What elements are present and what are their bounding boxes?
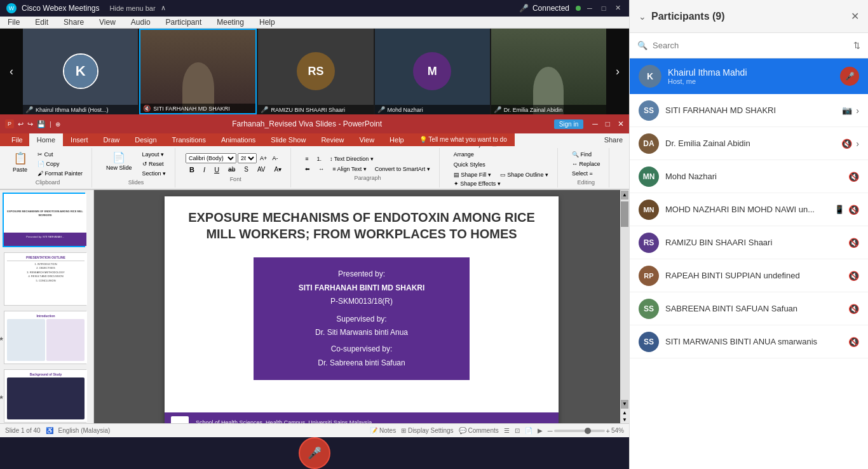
menu-help[interactable]: Help <box>257 17 278 28</box>
participant-item-3[interactable]: MN Mohd Nazhari 🔇 <box>630 160 868 193</box>
reset-btn[interactable]: ↺ Reset <box>139 160 170 168</box>
shape-rect-btn[interactable]: □ <box>450 146 461 149</box>
video-thumb-1[interactable]: K 🎤 Khairul Ithma Mahdi (Host...) <box>23 29 138 114</box>
shadow-btn[interactable]: S <box>240 165 252 174</box>
menu-meeting[interactable]: Meeting <box>214 17 247 28</box>
new-slide-btn[interactable]: 📄New Slide <box>102 150 136 178</box>
close-button[interactable]: ✕ <box>613 3 623 13</box>
ppt-save-btn[interactable]: 💾 <box>37 120 46 128</box>
zoom-slider[interactable] <box>554 430 605 432</box>
menu-audio[interactable]: Audio <box>128 17 153 28</box>
ppt-signin-btn[interactable]: Sign in <box>554 119 584 129</box>
tab-share[interactable]: Share <box>598 133 629 146</box>
underline-btn[interactable]: U <box>210 165 223 175</box>
shape-more-btn[interactable]: ⊞ <box>488 146 501 149</box>
slide-scrollbar[interactable]: ▲ ▼ <box>620 190 629 409</box>
shape-line-btn[interactable]: ╱ <box>475 146 487 149</box>
menu-view[interactable]: View <box>97 17 118 28</box>
tab-review[interactable]: Review <box>313 133 351 146</box>
bold-btn[interactable]: B <box>186 165 198 175</box>
font-decrease-btn[interactable]: A- <box>270 154 280 162</box>
font-family-select[interactable]: Calibri (Body) <box>186 153 236 163</box>
menu-file[interactable]: File <box>5 17 22 28</box>
align-left-btn[interactable]: ⬅ <box>301 165 314 173</box>
comments-btn[interactable]: 💬 Comments <box>459 427 499 434</box>
mute-button[interactable]: 🎤 <box>299 437 330 469</box>
align-text-btn[interactable]: ≡ Align Text ▾ <box>329 165 370 173</box>
italic-btn[interactable]: I <box>200 165 209 175</box>
tab-file[interactable]: File <box>5 133 29 146</box>
display-settings-btn[interactable]: ⊞ Display Settings <box>401 427 453 434</box>
minimize-button[interactable]: ─ <box>585 3 595 13</box>
text-direction-btn[interactable]: ↕ Text Direction ▾ <box>326 154 377 163</box>
align-center-btn[interactable]: ↔ <box>315 165 328 173</box>
scroll-up-btn[interactable]: ▲ <box>620 409 629 416</box>
tab-design[interactable]: Design <box>127 133 164 146</box>
quick-styles-btn[interactable]: Quick Styles <box>450 160 489 169</box>
tab-help[interactable]: Help <box>382 133 412 146</box>
select-btn[interactable]: Select = <box>568 169 604 178</box>
menu-participant[interactable]: Participant <box>163 17 205 28</box>
notes-btn[interactable]: 📝 Notes <box>370 427 396 434</box>
font-increase-btn[interactable]: A+ <box>258 154 269 162</box>
participant-item-1[interactable]: SS SITI FARHANAH MD SHAKRI 📷 › <box>630 94 868 127</box>
participant-item-2[interactable]: DA Dr. Emilia Zainal Abidin 🔇 › <box>630 127 868 160</box>
host-participant-item[interactable]: K Khairul Ithma Mahdi Host, me 🎤 <box>630 58 868 94</box>
participant-item-5[interactable]: RS RAMIZU BIN SHAARI Shaari 🔇 <box>630 226 868 259</box>
chevron-icon[interactable]: ∧ <box>161 4 166 12</box>
arrange-btn[interactable]: Arrange <box>450 150 478 159</box>
tab-insert[interactable]: Insert <box>63 133 96 146</box>
tab-animations[interactable]: Animations <box>214 133 263 146</box>
slide-thumbnail-2[interactable]: PRESENTATION OUTLINE 1. INTRODUCTION2. O… <box>4 252 86 306</box>
shape-effects-btn[interactable]: ✦ Shape Effects ▾ <box>450 179 505 188</box>
zoom-in-btn[interactable]: + <box>606 427 610 435</box>
ppt-close[interactable]: ✕ <box>618 119 624 129</box>
participant-item-6[interactable]: RP RAPEAH BINTI SUPPIAN undefined 🔇 <box>630 259 868 292</box>
copy-btn[interactable]: 📄 Copy <box>34 160 86 168</box>
next-participant-arrow[interactable]: › <box>606 29 629 114</box>
tab-draw[interactable]: Draw <box>96 133 128 146</box>
shape-fill-btn[interactable]: ▤ Shape Fill ▾ <box>450 170 495 179</box>
menu-share[interactable]: Share <box>61 17 86 28</box>
slide-thumbnail-1[interactable]: EXPOSURE MECHANISMS OF ENDOTOXIN AMONG R… <box>3 193 85 247</box>
collapse-icon[interactable]: ⌄ <box>639 11 646 22</box>
tab-view[interactable]: View <box>351 133 382 146</box>
participant-item-4[interactable]: MN MOHD NAZHARI BIN MOHD NAWI un... 📱 🔇 <box>630 193 868 226</box>
video-thumb-3[interactable]: RS 🎤 RAMIZU BIN SHAARI Shaari <box>258 29 373 114</box>
prev-participant-arrow[interactable]: ‹ <box>0 29 23 114</box>
zoom-out-btn[interactable]: ─ <box>548 427 553 435</box>
char-spacing-btn[interactable]: AV <box>254 165 269 174</box>
find-btn[interactable]: 🔍 Find <box>568 150 604 159</box>
format-painter-btn[interactable]: 🖌 Format Painter <box>34 169 86 178</box>
more-icon-2[interactable]: › <box>856 139 859 149</box>
shape-oval-btn[interactable]: ○ <box>463 146 474 149</box>
shape-outline-btn[interactable]: ▭ Shape Outline ▾ <box>496 170 552 179</box>
ppt-restore[interactable]: □ <box>606 119 610 129</box>
more-icon-1[interactable]: › <box>856 105 859 116</box>
menu-edit[interactable]: Edit <box>32 17 51 28</box>
tab-tell-me[interactable]: 💡 Tell me what you want to do <box>412 133 515 146</box>
scroll-thumb[interactable] <box>621 201 628 227</box>
slide-thumbnail-3[interactable]: Introduction <box>4 311 86 364</box>
slideshow-btn[interactable]: ▶ <box>538 427 543 434</box>
numbered-list-btn[interactable]: 1. <box>313 154 325 163</box>
participant-item-7[interactable]: SS SABREENA BINTI SAFUAN Safuan 🔇 <box>630 292 868 325</box>
tab-home[interactable]: Home <box>29 133 63 146</box>
font-size-select[interactable]: 28 <box>238 153 257 163</box>
close-panel-btn[interactable]: ✕ <box>851 10 859 22</box>
maximize-button[interactable]: □ <box>599 3 609 13</box>
strikethrough-btn[interactable]: ab <box>224 165 239 174</box>
cut-btn[interactable]: ✂ Cut <box>34 150 86 159</box>
participant-item-8[interactable]: SS SITI MARWANIS BINTI ANUA smarwanis 🔇 <box>630 325 868 358</box>
ppt-undo-btn[interactable]: ↩ <box>18 120 24 128</box>
slide-sorter-btn[interactable]: ⊡ <box>515 427 520 434</box>
layout-btn[interactable]: Layout ▾ <box>139 150 170 159</box>
paste-btn[interactable]: 📋Paste <box>9 150 31 174</box>
accessibility-icon[interactable]: ♿ <box>46 427 53 434</box>
tab-slideshow[interactable]: Slide Show <box>263 133 313 146</box>
section-btn[interactable]: Section ▾ <box>139 169 170 178</box>
font-color-btn[interactable]: A▾ <box>270 165 285 174</box>
slide-thumbnail-4[interactable]: Background of Study <box>4 369 86 423</box>
search-input[interactable] <box>653 41 848 50</box>
tab-transitions[interactable]: Transitions <box>165 133 214 146</box>
